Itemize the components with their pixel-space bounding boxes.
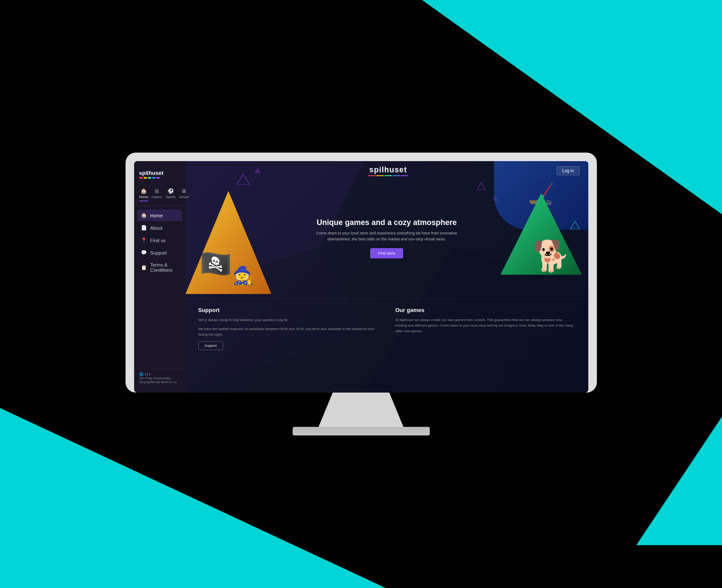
logo-dot-1 (139, 177, 143, 179)
nav-underline (139, 201, 148, 201)
monitor-screen: spilhuset 🏠 Home (134, 161, 588, 393)
site-header: spilhuset Log in (186, 161, 588, 180)
nav-sports-label: Sports (166, 195, 176, 199)
support-section: Support We're always ready to help whate… (198, 307, 378, 384)
nav-icon-bar: 🏠 Home ⊞ Casino ⚽ Sports 🖥 Virtual (134, 184, 186, 206)
nav-casino-label: Casino (152, 195, 162, 199)
title-rainbow (368, 175, 408, 176)
main-content: 🏒 spilhuset (186, 161, 588, 393)
sidebar-home-label: Home (150, 213, 163, 218)
sidebar-findus-label: Find us (150, 238, 166, 243)
support-title: Support (198, 307, 378, 313)
right-character-area: 🐕 (498, 191, 584, 279)
svg-text:🧙: 🧙 (233, 265, 254, 285)
support-text2: We have the fastest response on weekdays… (198, 327, 378, 338)
games-text: At Spilhuset we always create our own ga… (395, 318, 575, 334)
bg-teal-right (636, 417, 722, 545)
title-bar-3 (384, 175, 392, 176)
site-title: spilhuset (368, 165, 408, 174)
find-store-button[interactable]: Find store (370, 248, 403, 258)
sidebar: spilhuset 🏠 Home (134, 161, 186, 393)
svg-text:🐕: 🐕 (533, 238, 570, 274)
sidebar-logo: spilhuset (134, 166, 186, 184)
logo-dots (139, 177, 180, 179)
site-title-container: spilhuset (368, 165, 408, 176)
monitor-body: spilhuset 🏠 Home (126, 153, 597, 393)
logo-text: spilhuset (139, 170, 164, 176)
about-menu-icon: 📄 (141, 225, 147, 231)
svg-text:🏴‍☠️: 🏴‍☠️ (199, 249, 231, 279)
logo-dot-5 (156, 177, 160, 179)
sidebar-support-label: Support (150, 250, 167, 255)
title-bar-2 (376, 175, 384, 176)
hero-section: 🏴‍☠️ 🧙 Unique games and a cozy atmospher… (186, 178, 588, 298)
logo-dot-3 (148, 177, 151, 179)
login-button[interactable]: Log in (557, 166, 579, 175)
sidebar-footer: 🌐 16 ℹ 18+ Play responsibly StopSpillet.… (134, 369, 186, 387)
support-button[interactable]: Support (198, 341, 223, 350)
games-section: Our games At Spilhuset we always create … (395, 307, 575, 384)
left-character-area: 🏴‍☠️ 🧙 (186, 187, 276, 300)
hero-subtitle: Come down to your local store and experi… (306, 231, 468, 242)
sidebar-item-terms[interactable]: 📋 Terms & Conditions (138, 259, 182, 276)
sidebar-menu: 🏠 Home 📄 About 📍 Find us 💬 Support (134, 210, 186, 276)
nav-casino[interactable]: ⊞ Casino (150, 186, 164, 203)
monitor-container: spilhuset 🏠 Home (126, 153, 597, 435)
sidebar-item-about[interactable]: 📄 About (138, 222, 182, 234)
title-bar-5 (401, 175, 408, 176)
games-title: Our games (395, 307, 575, 313)
support-text1: We're always ready to help whatever your… (198, 318, 378, 323)
support-menu-icon: 💬 (141, 250, 147, 255)
casino-icon: ⊞ (155, 188, 159, 194)
nav-home-label: Home (139, 195, 148, 199)
hero-title: Unique games and a cozy atmosphere (306, 218, 468, 227)
terms-menu-icon: 📋 (141, 265, 147, 270)
svg-rect-11 (186, 191, 271, 294)
logo-dot-2 (144, 177, 147, 179)
home-menu-icon: 🏠 (141, 213, 147, 218)
nav-home[interactable]: 🏠 Home (138, 186, 150, 203)
sidebar-terms-label: Terms & Conditions (150, 262, 179, 273)
logo-dot-4 (152, 177, 156, 179)
hero-text-container: Unique games and a cozy atmosphere Come … (306, 218, 468, 258)
monitor-stand (314, 393, 408, 427)
footer-text: 18+ Play responsibly StopSpillet.dk BeKU… (139, 376, 177, 384)
sidebar-item-home[interactable]: 🏠 Home (138, 210, 182, 221)
home-icon: 🏠 (141, 188, 147, 194)
sidebar-item-find-us[interactable]: 📍 Find us (138, 234, 182, 246)
monitor-base (293, 427, 430, 435)
sidebar-about-label: About (150, 225, 163, 231)
nav-sports[interactable]: ⚽ Sports (164, 186, 177, 203)
title-bar-1 (368, 175, 376, 176)
lower-content: Support We're always ready to help whate… (186, 298, 588, 393)
sports-icon: ⚽ (168, 188, 174, 194)
title-bar-4 (392, 175, 400, 176)
footer-icon: 🌐 16 ℹ (139, 372, 150, 376)
left-triangle-svg: 🏴‍☠️ 🧙 (186, 187, 276, 298)
right-triangle-svg: 🐕 (498, 191, 584, 277)
findus-menu-icon: 📍 (141, 237, 147, 243)
sidebar-item-support[interactable]: 💬 Support (138, 247, 182, 258)
